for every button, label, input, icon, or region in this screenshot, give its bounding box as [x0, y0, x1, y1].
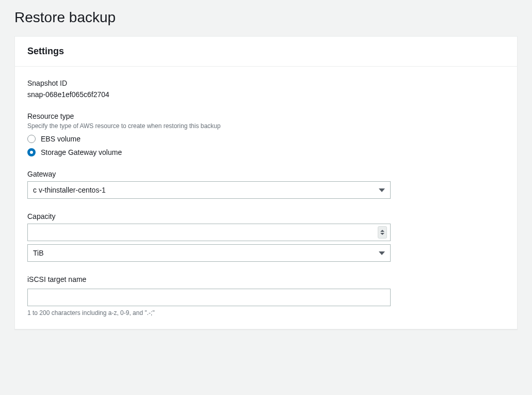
settings-panel: Settings Snapshot ID snap-068e1ef065c6f2… [14, 36, 518, 329]
radio-unselected-icon [27, 135, 36, 143]
iscsi-field: iSCSI target name 1 to 200 characters in… [27, 275, 505, 317]
capacity-label: Capacity [27, 212, 505, 220]
gateway-field: Gateway c v-thinstaller-centos-1 [27, 170, 505, 199]
gateway-label: Gateway [27, 170, 505, 178]
iscsi-target-input[interactable] [27, 289, 391, 306]
snapshot-id-value: snap-068e1ef065c6f2704 [27, 90, 505, 99]
resource-type-description: Specify the type of AWS resource to crea… [27, 122, 505, 130]
capacity-input[interactable] [27, 224, 391, 241]
iscsi-hint: 1 to 200 characters including a-z, 0-9, … [27, 309, 505, 317]
snapshot-id-label: Snapshot ID [27, 79, 505, 87]
page-title: Restore backup [14, 9, 518, 26]
gateway-select[interactable]: c v-thinstaller-centos-1 [27, 181, 391, 199]
resource-type-ebs-radio[interactable]: EBS volume [27, 135, 505, 143]
capacity-unit-value: TiB [33, 249, 43, 257]
settings-panel-header: Settings [15, 37, 517, 67]
capacity-field: Capacity TiB [27, 212, 505, 262]
resource-type-label: Resource type [27, 112, 505, 120]
resource-type-sgw-radio[interactable]: Storage Gateway volume [27, 148, 505, 156]
settings-heading: Settings [27, 46, 505, 57]
radio-selected-icon [27, 148, 36, 156]
caret-down-icon [379, 251, 385, 255]
resource-type-sgw-label: Storage Gateway volume [41, 148, 122, 156]
capacity-unit-select[interactable]: TiB [27, 244, 391, 262]
resource-type-ebs-label: EBS volume [41, 135, 80, 143]
snapshot-id-field: Snapshot ID snap-068e1ef065c6f2704 [27, 79, 505, 99]
caret-down-icon [379, 188, 385, 192]
iscsi-label: iSCSI target name [27, 275, 505, 283]
resource-type-field: Resource type Specify the type of AWS re… [27, 112, 505, 156]
number-stepper-icon[interactable] [378, 226, 387, 239]
gateway-select-value: c v-thinstaller-centos-1 [33, 186, 106, 194]
